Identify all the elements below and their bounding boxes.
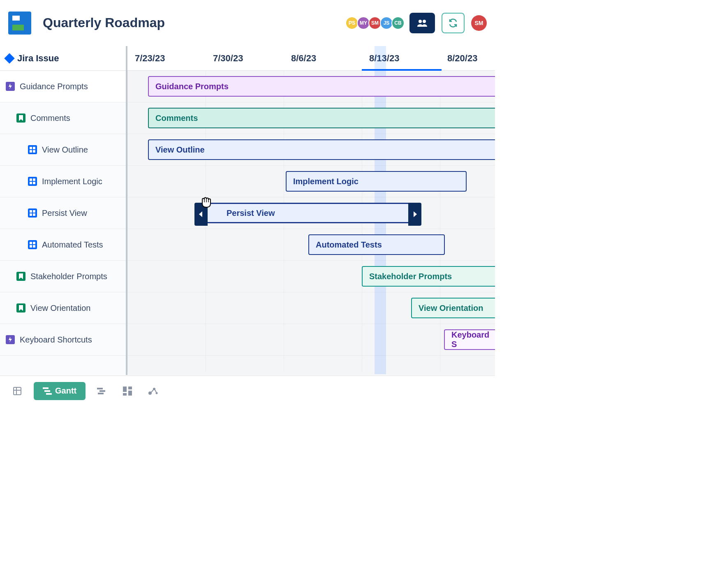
svg-rect-2 (30, 147, 32, 149)
jira-icon (4, 53, 14, 63)
tree-label: View Outline (42, 145, 88, 155)
page-title: Quarterly Roadmap (43, 15, 347, 30)
svg-rect-32 (123, 393, 127, 396)
tree-row-keyboard-shortcuts[interactable]: Keyboard Shortcuts (0, 324, 126, 356)
timeline-column-header[interactable]: 8/20/23 (440, 46, 495, 70)
epic-icon (6, 335, 15, 344)
share-button[interactable] (409, 13, 435, 33)
tree-label: Implement Logic (42, 177, 102, 186)
tree-label: Persist View (42, 208, 87, 218)
svg-rect-6 (30, 178, 32, 181)
current-week-underline (362, 69, 442, 71)
collaborator-avatar[interactable]: CB (391, 16, 405, 30)
tree-label: Keyboard Shortcuts (20, 335, 92, 345)
svg-rect-8 (30, 182, 32, 184)
svg-rect-3 (33, 147, 35, 149)
tree-row-view-outline[interactable]: View Outline (0, 134, 126, 166)
tree-label: Guidance Prompts (20, 82, 88, 91)
svg-rect-25 (44, 390, 50, 392)
svg-rect-31 (128, 387, 132, 389)
tree-row-guidance-prompts[interactable]: Guidance Prompts (0, 71, 126, 102)
tree-row-comments[interactable]: Comments (0, 102, 126, 134)
task-icon (28, 145, 37, 154)
network-view-button[interactable] (144, 382, 162, 400)
svg-rect-5 (33, 150, 35, 153)
task-icon (28, 240, 37, 249)
board-view-button[interactable] (118, 382, 136, 400)
gantt-view-label: Gantt (55, 386, 76, 396)
sidebar-header-label: Jira Issue (17, 53, 59, 64)
tree-row-stakeholder-prompts[interactable]: Stakeholder Prompts (0, 261, 126, 292)
resize-handle-left[interactable] (194, 203, 208, 226)
svg-rect-28 (99, 390, 105, 392)
gantt-bar-comments[interactable]: Comments (148, 108, 495, 128)
timeline[interactable]: 7/23/237/30/238/6/238/13/238/20/23 Guida… (127, 46, 495, 375)
issue-tree: Guidance PromptsCommentsView OutlineImpl… (0, 71, 126, 356)
svg-rect-14 (30, 242, 32, 244)
gantt-bar-stakeholder-prompts[interactable]: Stakeholder Prompts (362, 266, 495, 287)
current-user-avatar[interactable]: SM (471, 15, 487, 31)
svg-rect-4 (30, 150, 32, 153)
svg-rect-12 (30, 213, 32, 216)
epic-icon (6, 82, 15, 91)
gantt-row (127, 356, 495, 375)
tree-row-implement-logic[interactable]: Implement Logic (0, 166, 126, 197)
resize-handle-right[interactable] (408, 203, 421, 226)
gantt-view-button[interactable]: Gantt (34, 382, 86, 400)
svg-line-37 (151, 390, 153, 392)
timeline-column-header[interactable]: 8/6/23 (284, 46, 362, 70)
app-header: Quarterly Roadmap PSMYSMJSCB SM (0, 0, 495, 46)
tree-label: Comments (30, 113, 70, 123)
timeline-column-header[interactable]: 8/13/23 (362, 46, 440, 70)
collaborator-avatars: PSMYSMJSCB (347, 16, 405, 30)
gantt-bar-keyboard-shortcuts[interactable]: Keyboard S (444, 329, 495, 350)
svg-rect-29 (98, 393, 104, 394)
gantt-bar-view-outline[interactable]: View Outline (148, 139, 495, 160)
tree-label: Automated Tests (42, 240, 103, 250)
tree-label: Stakeholder Prompts (30, 272, 107, 281)
svg-rect-33 (128, 391, 132, 396)
tree-row-view-orientation[interactable]: View Orientation (0, 292, 126, 324)
svg-rect-11 (33, 210, 35, 213)
story-icon (16, 272, 25, 281)
gantt-bar-view-orientation[interactable]: View Orientation (411, 298, 495, 318)
story-icon (16, 113, 25, 123)
svg-rect-17 (33, 245, 35, 248)
timeline-column-header[interactable]: 7/23/23 (127, 46, 206, 70)
gantt-bar-automated-tests[interactable]: Automated Tests (308, 234, 445, 255)
svg-rect-27 (97, 388, 103, 389)
gantt-bar-implement-logic[interactable]: Implement Logic (286, 171, 467, 192)
svg-rect-15 (33, 242, 35, 244)
tree-row-automated-tests[interactable]: Automated Tests (0, 229, 126, 261)
svg-rect-30 (123, 387, 127, 392)
timeline-view-button[interactable] (93, 382, 111, 400)
task-icon (28, 177, 37, 186)
timeline-column-header[interactable]: 7/30/23 (206, 46, 284, 70)
svg-rect-10 (30, 210, 32, 213)
svg-line-38 (155, 390, 156, 392)
svg-rect-24 (43, 387, 49, 389)
table-view-button[interactable] (8, 382, 26, 400)
sidebar: Jira Issue Guidance PromptsCommentsView … (0, 46, 127, 375)
gantt-row (127, 324, 495, 356)
view-switcher-footer: Gantt (0, 375, 495, 406)
svg-rect-9 (33, 182, 35, 184)
app-logo (8, 12, 31, 35)
svg-rect-13 (33, 213, 35, 216)
workspace: Jira Issue Guidance PromptsCommentsView … (0, 46, 495, 375)
refresh-button[interactable] (442, 13, 465, 33)
svg-rect-7 (33, 178, 35, 181)
gantt-area[interactable]: Guidance PromptsCommentsView OutlineImpl… (127, 71, 495, 375)
svg-rect-16 (30, 245, 32, 248)
timeline-header: 7/23/237/30/238/6/238/13/238/20/23 (127, 46, 495, 71)
tree-label: View Orientation (30, 303, 90, 313)
gantt-bar-persist-view[interactable]: Persist View (206, 203, 409, 223)
svg-rect-21 (14, 387, 21, 395)
svg-point-1 (423, 20, 426, 23)
svg-point-0 (419, 20, 422, 23)
sidebar-header[interactable]: Jira Issue (0, 46, 126, 71)
tree-row-persist-view[interactable]: Persist View (0, 197, 126, 229)
gantt-bar-guidance-prompts[interactable]: Guidance Prompts (148, 76, 495, 97)
task-icon (28, 208, 37, 218)
story-icon (16, 303, 25, 313)
